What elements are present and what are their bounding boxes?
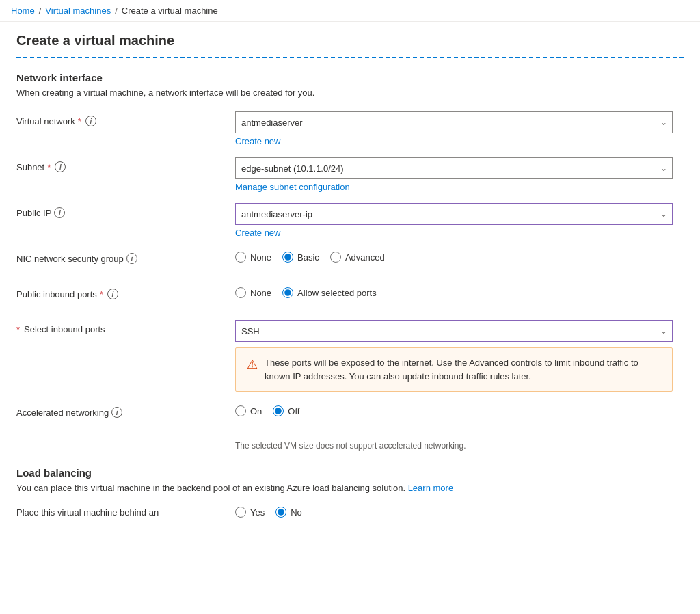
- nic-nsg-advanced-label: Advanced: [345, 252, 385, 263]
- subnet-label-text: Subnet: [16, 162, 44, 172]
- public-inbound-ports-label-text: Public inbound ports: [16, 289, 97, 299]
- select-inbound-ports-select[interactable]: SSH HTTP (80) HTTPS (443) RDP (3389): [235, 320, 673, 342]
- subnet-label: Subnet * i: [16, 157, 235, 172]
- nic-nsg-basic-option[interactable]: Basic: [282, 252, 319, 263]
- public-inbound-ports-label: Public inbound ports * i: [16, 284, 235, 299]
- nic-nsg-none-radio[interactable]: [235, 252, 246, 263]
- breadcrumb-sep-1: /: [39, 5, 42, 16]
- nic-nsg-basic-label: Basic: [297, 252, 319, 263]
- subnet-select[interactable]: edge-subnet (10.1.1.0/24): [235, 157, 673, 179]
- subnet-select-wrapper: edge-subnet (10.1.1.0/24) ⌄: [235, 157, 673, 179]
- public-inbound-ports-control: None Allow selected ports: [235, 284, 673, 298]
- learn-more-link[interactable]: Learn more: [408, 483, 453, 493]
- virtual-network-control: antmediaserver ⌄ Create new: [235, 111, 673, 146]
- tab-divider: [16, 57, 684, 58]
- virtual-network-row: Virtual network * i antmediaserver ⌄ Cre…: [16, 111, 684, 146]
- accelerated-networking-off-radio[interactable]: [273, 405, 284, 416]
- place-vm-no-radio[interactable]: [275, 507, 286, 518]
- public-inbound-ports-row: Public inbound ports * i None Allow sele…: [16, 284, 684, 309]
- subnet-control: edge-subnet (10.1.1.0/24) ⌄ Manage subne…: [235, 157, 673, 192]
- select-inbound-ports-control: SSH HTTP (80) HTTPS (443) RDP (3389) ⌄ ⚠…: [235, 320, 673, 392]
- public-inbound-none-label: None: [250, 288, 271, 298]
- warning-triangle-icon: ⚠: [247, 357, 258, 372]
- nic-nsg-none-label: None: [250, 252, 271, 263]
- breadcrumb-virtual-machines[interactable]: Virtual machines: [45, 5, 111, 16]
- public-inbound-ports-allow-option[interactable]: Allow selected ports: [282, 287, 377, 298]
- public-ip-label: Public IP i: [16, 203, 235, 218]
- select-inbound-required-star: *: [16, 324, 20, 334]
- nic-nsg-advanced-radio[interactable]: [330, 252, 341, 263]
- public-inbound-ports-required: *: [100, 289, 103, 299]
- subnet-info-icon[interactable]: i: [55, 161, 66, 172]
- warning-text: These ports will be exposed to the inter…: [265, 356, 661, 383]
- nic-nsg-advanced-option[interactable]: Advanced: [330, 252, 385, 263]
- network-interface-subtitle: When creating a virtual machine, a netwo…: [16, 88, 684, 98]
- load-balancing-text: You can place this virtual machine in th…: [16, 483, 684, 493]
- subnet-row: Subnet * i edge-subnet (10.1.1.0/24) ⌄ M…: [16, 157, 684, 192]
- breadcrumb-current: Create a virtual machine: [122, 5, 218, 16]
- public-inbound-allow-label: Allow selected ports: [297, 288, 377, 298]
- accelerated-networking-on-label: On: [250, 406, 262, 416]
- place-vm-yes-radio[interactable]: [235, 507, 246, 518]
- accelerated-networking-on-radio[interactable]: [235, 405, 246, 416]
- select-inbound-ports-label: *Select inbound ports: [16, 320, 235, 334]
- place-vm-label: Place this virtual machine behind an: [16, 505, 235, 518]
- network-interface-title: Network interface: [16, 72, 684, 83]
- virtual-network-label-text: Virtual network: [16, 116, 75, 126]
- public-inbound-ports-info-icon[interactable]: i: [107, 289, 118, 299]
- virtual-network-label: Virtual network * i: [16, 111, 235, 126]
- place-vm-row: Place this virtual machine behind an Yes…: [16, 504, 684, 518]
- accelerated-networking-helper: The selected VM size does not support ac…: [16, 441, 684, 451]
- select-inbound-ports-label-text: Select inbound ports: [24, 324, 105, 334]
- place-vm-no-label: No: [291, 507, 302, 518]
- public-ip-select-wrapper: antmediaserver-ip ⌄: [235, 203, 673, 225]
- public-inbound-ports-radio-group: None Allow selected ports: [235, 284, 673, 298]
- public-ip-control: antmediaserver-ip ⌄ Create new: [235, 203, 673, 238]
- place-vm-yes-option[interactable]: Yes: [235, 507, 265, 518]
- select-inbound-ports-select-wrapper: SSH HTTP (80) HTTPS (443) RDP (3389) ⌄: [235, 320, 673, 342]
- subnet-manage-link[interactable]: Manage subnet configuration: [235, 182, 350, 192]
- virtual-network-create-new[interactable]: Create new: [235, 136, 280, 146]
- public-ip-info-icon[interactable]: i: [54, 207, 65, 218]
- accelerated-networking-label-text: Accelerated networking: [16, 408, 109, 418]
- breadcrumb-home[interactable]: Home: [11, 5, 35, 16]
- public-ip-label-text: Public IP: [16, 208, 51, 218]
- accelerated-networking-radio-group: On Off: [235, 403, 673, 416]
- virtual-network-required: *: [78, 116, 81, 126]
- load-balancing-title: Load balancing: [16, 467, 684, 479]
- load-balancing-section: Load balancing You can place this virtua…: [16, 467, 684, 518]
- breadcrumb: Home / Virtual machines / Create a virtu…: [0, 0, 700, 22]
- nic-nsg-basic-radio[interactable]: [282, 252, 293, 263]
- nic-nsg-row: NIC network security group i None Basic: [16, 249, 684, 273]
- accelerated-networking-off-label: Off: [288, 406, 299, 416]
- nic-nsg-info-icon[interactable]: i: [126, 253, 137, 264]
- nic-nsg-label: NIC network security group i: [16, 249, 235, 264]
- accelerated-networking-control: On Off: [235, 403, 673, 416]
- accelerated-networking-label: Accelerated networking i: [16, 403, 235, 418]
- virtual-network-select-wrapper: antmediaserver ⌄: [235, 111, 673, 133]
- place-vm-no-option[interactable]: No: [275, 507, 302, 518]
- nic-nsg-none-option[interactable]: None: [235, 252, 271, 263]
- public-inbound-allow-radio[interactable]: [282, 287, 293, 298]
- virtual-network-info-icon[interactable]: i: [85, 116, 96, 126]
- subnet-required: *: [47, 162, 51, 172]
- nic-nsg-radio-group: None Basic Advanced: [235, 249, 673, 263]
- public-ip-create-new[interactable]: Create new: [235, 228, 280, 238]
- place-vm-radio-group: Yes No: [235, 504, 302, 518]
- network-interface-section: Network interface When creating a virtua…: [16, 72, 684, 451]
- page-title: Create a virtual machine: [16, 33, 684, 57]
- public-ip-row: Public IP i antmediaserver-ip ⌄ Create n…: [16, 203, 684, 238]
- breadcrumb-sep-2: /: [115, 5, 118, 16]
- accelerated-networking-section: Accelerated networking i On Off: [16, 403, 684, 451]
- nic-nsg-label-text: NIC network security group: [16, 254, 124, 264]
- public-inbound-ports-none-option[interactable]: None: [235, 287, 271, 298]
- accelerated-networking-on-option[interactable]: On: [235, 405, 262, 416]
- virtual-network-select[interactable]: antmediaserver: [235, 111, 673, 133]
- public-ip-select[interactable]: antmediaserver-ip: [235, 203, 673, 225]
- accelerated-networking-off-option[interactable]: Off: [273, 405, 299, 416]
- select-inbound-ports-row: *Select inbound ports SSH HTTP (80) HTTP…: [16, 320, 684, 392]
- inbound-ports-warning-box: ⚠ These ports will be exposed to the int…: [235, 347, 673, 392]
- accelerated-networking-info-icon[interactable]: i: [111, 407, 122, 418]
- place-vm-yes-label: Yes: [250, 507, 265, 518]
- public-inbound-none-radio[interactable]: [235, 287, 246, 298]
